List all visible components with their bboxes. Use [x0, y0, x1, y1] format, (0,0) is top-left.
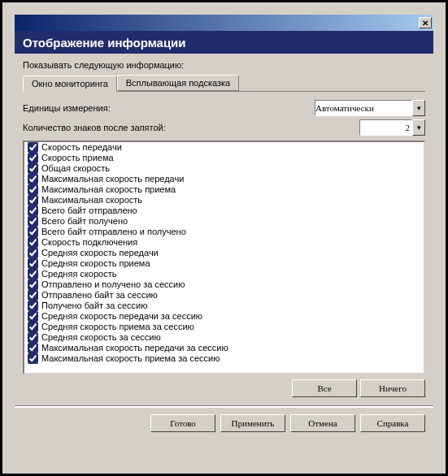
item-checkbox[interactable] [28, 301, 38, 311]
list-item[interactable]: Средняя скорость приема [24, 258, 424, 269]
page-title: Отображение информации [23, 36, 186, 50]
list-item[interactable]: Средняя скорость приема за сессию [24, 322, 424, 332]
list-item[interactable]: Скорость передачи [24, 142, 424, 153]
item-checkbox[interactable] [28, 163, 38, 174]
list-item[interactable]: Получено байт за сессию [24, 301, 424, 311]
item-checkbox[interactable] [28, 332, 38, 343]
item-checkbox[interactable] [28, 216, 38, 227]
content-area: Показывать следующую информацию: Окно мо… [15, 54, 433, 400]
item-label: Средняя скорость за сессию [41, 332, 161, 343]
list-item[interactable]: Отправлено байт за сессию [24, 290, 424, 301]
item-label: Всего байт отправлено [41, 206, 137, 216]
item-checkbox[interactable] [28, 184, 38, 195]
tabs: Окно мониторинга Всплывающая подсказка [23, 75, 425, 92]
list-item[interactable]: Средняя скорость за сессию [24, 332, 424, 343]
list-item[interactable]: Максимальная скорость передачи за сессию [24, 343, 424, 353]
item-checkbox[interactable] [28, 206, 38, 216]
item-label: Общая скорость [41, 163, 110, 174]
list-item[interactable]: Средняя скорость передачи за сессию [24, 311, 424, 322]
tab-popup-tooltip[interactable]: Всплывающая подсказка [117, 75, 239, 91]
item-checkbox[interactable] [28, 142, 38, 153]
item-label: Скорость подключения [41, 237, 137, 248]
units-label: Единицы измерения: [23, 103, 111, 113]
item-checkbox[interactable] [28, 269, 38, 279]
item-label: Средняя скорость передачи [41, 248, 159, 258]
item-label: Максимальная скорость [41, 195, 142, 206]
item-checkbox[interactable] [28, 343, 38, 353]
none-button[interactable]: Ничего [360, 379, 425, 397]
list-item[interactable]: Средняя скорость передачи [24, 248, 424, 258]
item-label: Отправлено байт за сессию [41, 290, 158, 301]
list-item[interactable]: Общая скорость [24, 163, 424, 174]
item-label: Средняя скорость [41, 269, 116, 279]
list-item[interactable]: Максимальная скорость передачи [24, 174, 424, 184]
item-checkbox[interactable] [28, 290, 38, 301]
item-label: Средняя скорость приема [41, 258, 150, 269]
item-label: Средняя скорость приема за сессию [41, 322, 194, 332]
item-checkbox[interactable] [28, 258, 38, 269]
item-label: Всего байт отправлено и получено [41, 227, 186, 237]
list-item[interactable]: Всего байт отправлено [24, 206, 424, 216]
list-item[interactable]: Всего байт отправлено и получено [24, 227, 424, 237]
list-item[interactable]: Средняя скорость [24, 269, 424, 279]
cancel-button[interactable]: Отмена [290, 414, 355, 432]
titlebar: ✕ [15, 15, 433, 31]
list-item[interactable]: Скорость приема [24, 153, 424, 163]
item-label: Максимальная скорость приема [41, 184, 176, 195]
list-item[interactable]: Максимальная скорость приема за сессию [24, 353, 424, 364]
close-icon[interactable]: ✕ [419, 17, 432, 28]
item-label: Всего байт получено [41, 216, 128, 227]
decimals-select[interactable] [359, 119, 412, 136]
list-item[interactable]: Всего байт получено [24, 216, 424, 227]
tab-monitoring-window[interactable]: Окно мониторинга [23, 76, 117, 92]
item-label: Получено байт за сессию [41, 301, 147, 311]
help-button[interactable]: Справка [360, 414, 425, 432]
item-checkbox[interactable] [28, 195, 38, 206]
item-checkbox[interactable] [28, 248, 38, 258]
item-label: Скорость передачи [41, 142, 122, 153]
item-checkbox[interactable] [28, 353, 38, 364]
item-checkbox[interactable] [28, 174, 38, 184]
item-label: Максимальная скорость приема за сессию [41, 353, 220, 364]
item-checkbox[interactable] [28, 311, 38, 322]
units-select[interactable] [315, 100, 412, 116]
prompt-label: Показывать следующую информацию: [23, 60, 425, 70]
item-label: Скорость приема [41, 153, 114, 163]
item-checkbox[interactable] [28, 227, 38, 237]
dialog-window: ✕ Отображение информации Показывать след… [15, 15, 433, 474]
item-label: Максимальная скорость передачи [41, 174, 184, 184]
list-item[interactable]: Максимальная скорость приема [24, 184, 424, 195]
item-checkbox[interactable] [28, 153, 38, 163]
dropdown-icon[interactable] [412, 119, 425, 136]
list-item[interactable]: Отправлено и получено за сессию [24, 279, 424, 290]
header: Отображение информации [15, 31, 433, 54]
decimals-label: Количество знаков после запятой: [23, 123, 166, 132]
footer-buttons: Готово Применить Отмена Справка [15, 407, 433, 440]
item-label: Отправлено и получено за сессию [41, 279, 185, 290]
apply-button[interactable]: Применить [220, 414, 285, 432]
done-button[interactable]: Готово [150, 414, 215, 432]
item-checkbox[interactable] [28, 237, 38, 248]
list-item[interactable]: Скорость подключения [24, 237, 424, 248]
list-item[interactable]: Максимальная скорость [24, 195, 424, 206]
item-label: Средняя скорость передачи за сессию [41, 311, 202, 322]
item-checkbox[interactable] [28, 279, 38, 290]
item-label: Максимальная скорость передачи за сессию [41, 343, 228, 353]
checkbox-list[interactable]: Скорость передачиСкорость приемаОбщая ск… [23, 141, 425, 374]
item-checkbox[interactable] [28, 322, 38, 332]
all-button[interactable]: Все [292, 379, 357, 397]
dropdown-icon[interactable] [412, 100, 425, 116]
